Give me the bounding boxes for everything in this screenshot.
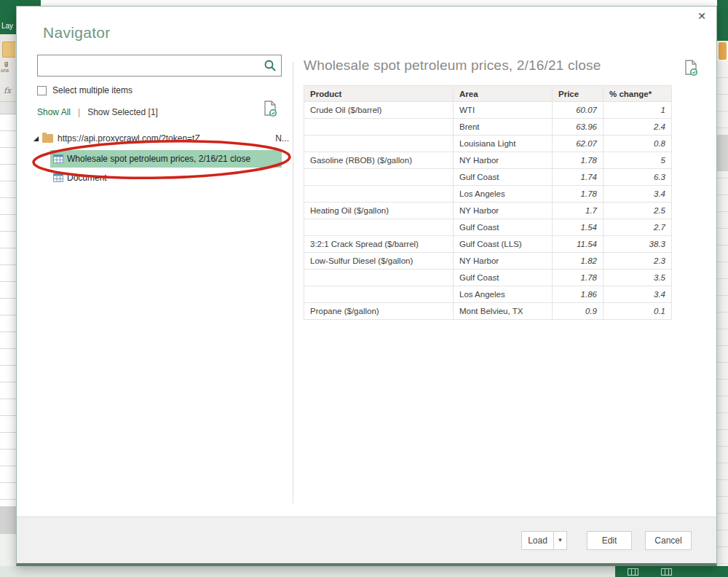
table-icon — [53, 154, 63, 163]
table-cell — [304, 270, 454, 286]
table-header-row: Product Area Price % change* — [304, 86, 672, 102]
tree-source-truncated: N... — [275, 133, 289, 144]
preview-title: Wholesale spot petroleum prices, 2/16/21… — [304, 58, 601, 74]
table-cell: Los Angeles — [454, 186, 553, 203]
excel-column-header-fragment — [0, 102, 16, 114]
table-cell: 3.4 — [604, 286, 672, 303]
table-cell: 1.78 — [553, 270, 604, 286]
table-cell: 1.78 — [553, 152, 604, 169]
table-cell: 1.74 — [553, 169, 604, 186]
table-cell: 2.5 — [604, 203, 672, 219]
table-cell: Louisiana Light — [454, 136, 553, 152]
table-cell: Los Angeles — [454, 286, 553, 303]
table-row: Gulf Coast1.746.3 — [304, 169, 672, 186]
table-row: Propane ($/gallon)Mont Belvieu, TX0.90.1 — [304, 303, 672, 320]
tree-item-document[interactable]: Document — [50, 171, 282, 184]
table-cell — [304, 219, 454, 236]
show-selected-link[interactable]: Show Selected [1] — [87, 107, 158, 117]
table-cell: 5 — [604, 152, 672, 169]
table-row: 3:2:1 Crack Spread ($/barrel)Gulf Coast … — [304, 236, 672, 253]
table-cell: 1.54 — [553, 219, 604, 236]
search-box — [37, 55, 282, 76]
load-dropdown-button[interactable]: ▼ — [553, 531, 567, 550]
table-cell: Heating Oil ($/gallon) — [304, 203, 454, 219]
table-cell: Gulf Coast — [454, 270, 553, 286]
table-cell: Gasoline (RBOB) ($/gallon) — [304, 152, 454, 169]
show-all-link[interactable]: Show All — [37, 107, 71, 117]
table-cell: 0.1 — [604, 303, 672, 320]
tree-item-label: Document — [67, 173, 107, 183]
table-cell: Gulf Coast — [454, 219, 553, 236]
excel-view-icon — [628, 568, 638, 576]
table-cell: 1.86 — [553, 286, 604, 303]
table-cell — [304, 119, 454, 136]
dialog-title: Navigator — [43, 24, 111, 42]
excel-ribbon-label-fragment: ons — [1, 68, 9, 73]
column-header-product: Product — [304, 86, 454, 102]
table-cell: 2.4 — [604, 119, 672, 136]
table-cell: NY Harbor — [454, 203, 553, 219]
excel-ribbon-label-fragment: g — [4, 60, 8, 67]
table-row: Gasoline (RBOB) ($/gallon)NY Harbor1.785 — [304, 152, 672, 169]
cancel-button[interactable]: Cancel — [645, 531, 692, 550]
navigator-dialog: ✕ Navigator Select multiple items Show A… — [16, 6, 717, 566]
table-cell: Propane ($/gallon) — [304, 303, 454, 320]
table-cell: 3.4 — [604, 186, 672, 203]
excel-grid-fragment — [717, 135, 728, 171]
column-header-price: Price — [553, 86, 604, 102]
filter-links-row: Show All | Show Selected [1] — [37, 107, 158, 117]
select-multiple-checkbox[interactable] — [37, 86, 47, 95]
table-cell: Crude Oil ($/barrel) — [304, 102, 454, 119]
table-row: Low-Sulfur Diesel ($/gallon)NY Harbor1.8… — [304, 253, 672, 270]
select-multiple-label: Select multiple items — [52, 85, 132, 95]
table-cell: Brent — [454, 119, 553, 136]
pane-divider — [293, 62, 293, 503]
table-cell — [304, 169, 454, 186]
table-cell: 1.78 — [553, 186, 604, 203]
preview-table-body: Crude Oil ($/barrel)WTI60.071Brent63.962… — [304, 102, 672, 320]
refresh-document-icon[interactable] — [263, 100, 277, 117]
search-icon[interactable] — [264, 59, 277, 72]
excel-ribbon-icon-fragment — [2, 42, 15, 58]
table-cell: 63.96 — [553, 119, 604, 136]
table-cell: Mont Belvieu, TX — [454, 303, 553, 320]
table-row: Louisiana Light62.070.8 — [304, 136, 672, 152]
table-row: Gulf Coast1.783.5 — [304, 270, 672, 286]
table-cell: 3.5 — [604, 270, 672, 286]
table-row: Los Angeles1.863.4 — [304, 286, 672, 303]
table-cell — [304, 286, 454, 303]
table-cell: NY Harbor — [454, 152, 553, 169]
tree-source-label: https://api.proxycrawl.com/?token=tZ — [58, 133, 200, 144]
table-row: Crude Oil ($/barrel)WTI60.071 — [304, 102, 672, 119]
excel-fx-icon: fx — [4, 86, 11, 95]
refresh-document-icon[interactable] — [684, 59, 698, 76]
load-button[interactable]: Load — [521, 531, 553, 550]
excel-titlebar-fragment — [717, 0, 728, 41]
table-cell: 1.82 — [553, 253, 604, 270]
search-input[interactable] — [41, 56, 259, 75]
close-icon[interactable]: ✕ — [697, 11, 706, 21]
column-header-area: Area — [454, 86, 553, 102]
folder-icon — [42, 134, 53, 143]
expander-icon[interactable] — [33, 136, 39, 142]
tree-source-row[interactable]: https://api.proxycrawl.com/?token=tZ N..… — [33, 132, 289, 145]
table-cell — [304, 136, 454, 152]
table-cell: 1.7 — [553, 203, 604, 219]
table-cell: 60.07 — [553, 102, 604, 119]
edit-button[interactable]: Edit — [587, 531, 632, 550]
table-cell: 6.3 — [604, 169, 672, 186]
table-row: Los Angeles1.783.4 — [304, 186, 672, 203]
tree-item-wholesale-prices[interactable]: Wholesale spot petroleum prices, 2/16/21… — [50, 150, 282, 168]
table-row: Gulf Coast1.542.7 — [304, 219, 672, 236]
table-cell: WTI — [454, 102, 553, 119]
table-cell: NY Harbor — [454, 253, 553, 270]
excel-ribbon-tab-fragment: Lay — [1, 22, 16, 30]
tree-item-label: Wholesale spot petroleum prices, 2/16/21… — [67, 154, 250, 164]
select-multiple-row: Select multiple items — [37, 85, 132, 95]
chevron-down-icon: ▼ — [558, 537, 563, 543]
excel-grid-fragment — [0, 114, 16, 506]
excel-view-icon — [661, 568, 672, 576]
table-cell: Low-Sulfur Diesel ($/gallon) — [304, 253, 454, 270]
table-cell: 0.8 — [604, 136, 672, 152]
links-separator: | — [78, 107, 80, 117]
